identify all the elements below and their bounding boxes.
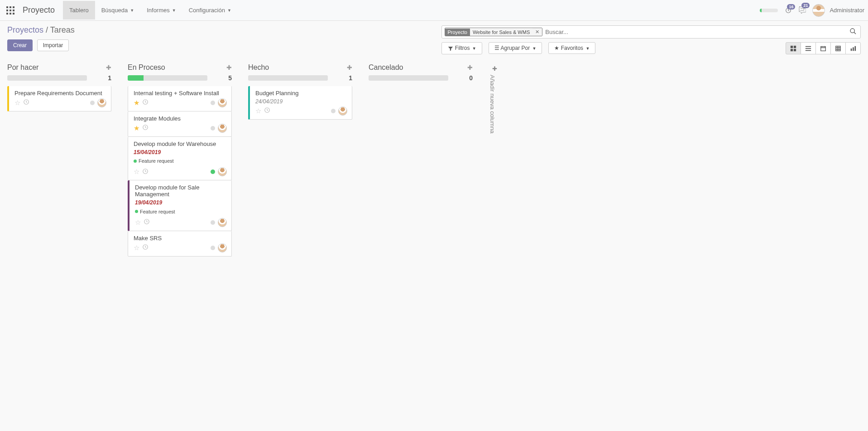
clock-icon[interactable] — [142, 124, 149, 132]
nav-busqueda[interactable]: Búsqueda▼ — [95, 1, 140, 19]
facet-remove-icon[interactable]: ✕ — [532, 28, 542, 36]
card-title: Develop module for Warehouse — [134, 140, 227, 147]
kanban-card[interactable]: Integrate Modules ★ — [128, 111, 232, 137]
status-dot-icon[interactable] — [331, 109, 336, 113]
card-date: 19/04/2019 — [135, 199, 227, 206]
messages-badge: 21 — [801, 3, 810, 8]
facet-label: Proyecto — [445, 29, 470, 36]
search-icon[interactable] — [849, 27, 858, 37]
breadcrumb: Proyectos / Tareas — [7, 25, 434, 35]
clock-icon[interactable] — [142, 244, 149, 252]
card-date: 24/04/2019 — [255, 98, 347, 105]
filters-label: Filtros — [455, 45, 470, 51]
assignee-avatar-icon[interactable] — [218, 167, 227, 176]
assignee-avatar-icon[interactable] — [218, 98, 227, 107]
kanban-card[interactable]: Internal testing + Software Install ★ — [128, 86, 232, 111]
search-bar: Proyecto Website for Sales & WMS ✕ — [441, 25, 861, 39]
kanban-card[interactable]: Make SRS ☆ — [128, 231, 232, 257]
kanban-card[interactable]: Develop module for Sale Management19/04/… — [128, 180, 232, 231]
assignee-avatar-icon[interactable] — [218, 124, 227, 133]
column-title: En Proceso — [128, 63, 165, 72]
star-icon[interactable]: ☆ — [135, 218, 141, 227]
column-add-icon[interactable]: ✚ — [106, 64, 111, 71]
kanban-card[interactable]: Prepare Requirements Document ☆ — [7, 86, 111, 111]
status-dot-icon[interactable] — [90, 101, 95, 105]
nav-informes[interactable]: Informes▼ — [140, 1, 182, 19]
svg-rect-20 — [851, 48, 852, 51]
favorites-button[interactable]: ★ Favoritos ▼ — [548, 42, 595, 54]
assignee-avatar-icon[interactable] — [218, 243, 227, 252]
star-icon[interactable]: ★ — [134, 99, 139, 107]
status-dot-icon[interactable] — [211, 169, 215, 174]
assignee-avatar-icon[interactable] — [338, 107, 347, 116]
column-progress[interactable] — [128, 75, 207, 81]
mini-progress[interactable] — [760, 9, 778, 12]
create-button[interactable]: Crear — [7, 39, 33, 51]
status-dot-icon[interactable] — [211, 220, 215, 225]
kanban-card[interactable]: Budget Planning24/04/2019 ☆ — [248, 86, 352, 120]
kanban-view-button[interactable] — [786, 42, 801, 54]
svg-rect-6 — [6, 13, 8, 15]
apps-icon[interactable] — [4, 4, 17, 17]
chevron-down-icon: ▼ — [227, 8, 231, 13]
column-count: 1 — [108, 74, 111, 82]
nav-configuracion[interactable]: Configuración▼ — [182, 1, 238, 19]
card-title: Integrate Modules — [134, 115, 227, 122]
user-avatar-icon — [812, 4, 825, 17]
svg-rect-5 — [13, 10, 14, 11]
plus-icon[interactable]: ✚ — [489, 65, 500, 72]
star-icon[interactable]: ★ — [134, 124, 139, 132]
clock-icon[interactable] — [142, 168, 149, 176]
clock-icon[interactable] — [264, 107, 270, 115]
groupby-button[interactable]: ☰ Agrupar Por ▼ — [489, 42, 542, 54]
activities-icon[interactable]: 16 — [785, 7, 791, 14]
search-input[interactable] — [542, 27, 849, 37]
add-column-label: Añadir nueva columna — [489, 75, 496, 133]
pivot-view-button[interactable] — [830, 42, 846, 54]
breadcrumb-parent[interactable]: Proyectos — [7, 25, 43, 34]
list-view-button[interactable] — [801, 42, 816, 54]
status-dot-icon[interactable] — [211, 101, 215, 105]
card-tag: Feature request — [135, 209, 175, 214]
user-menu[interactable]: Administrator — [812, 4, 864, 17]
svg-rect-13 — [791, 49, 793, 51]
column-add-icon[interactable]: ✚ — [467, 64, 473, 71]
list-icon — [805, 45, 811, 52]
kanban-icon — [790, 45, 796, 52]
svg-rect-1 — [10, 6, 11, 8]
calendar-view-button[interactable] — [815, 42, 831, 54]
status-dot-icon[interactable] — [211, 246, 215, 250]
column-progress[interactable] — [7, 75, 87, 81]
column-title: Por hacer — [7, 63, 38, 72]
column-title: Hecho — [248, 63, 269, 72]
graph-view-button[interactable] — [845, 42, 861, 54]
add-column[interactable]: ✚Añadir nueva columna — [489, 62, 500, 133]
kanban-card[interactable]: Develop module for Warehouse15/04/2019Fe… — [128, 137, 232, 181]
import-button[interactable]: Importar — [37, 39, 69, 51]
star-icon[interactable]: ☆ — [255, 107, 261, 115]
assignee-avatar-icon[interactable] — [97, 98, 106, 107]
clock-icon[interactable] — [144, 218, 150, 226]
column-count: 5 — [228, 74, 232, 82]
chevron-down-icon: ▼ — [585, 46, 590, 51]
activities-badge: 16 — [787, 4, 795, 10]
nav-tablero[interactable]: Tablero — [63, 1, 95, 19]
tag-dot-icon — [135, 210, 138, 213]
nav-item-label: Configuración — [189, 7, 225, 14]
clock-icon[interactable] — [142, 99, 149, 107]
column-progress[interactable] — [248, 75, 328, 81]
messages-icon[interactable]: 21 — [798, 5, 806, 15]
assignee-avatar-icon[interactable] — [218, 218, 227, 227]
list-icon: ☰ — [494, 45, 499, 51]
column-progress[interactable] — [369, 75, 448, 81]
star-icon[interactable]: ☆ — [14, 99, 20, 107]
clock-icon[interactable] — [23, 99, 29, 107]
card-title: Make SRS — [134, 235, 227, 242]
column-add-icon[interactable]: ✚ — [347, 64, 352, 71]
star-icon[interactable]: ☆ — [134, 168, 139, 176]
kanban-column: Hecho✚1Budget Planning24/04/2019 ☆ — [248, 62, 352, 120]
filters-button[interactable]: Filtros ▼ — [441, 42, 482, 54]
star-icon[interactable]: ☆ — [134, 244, 139, 252]
status-dot-icon[interactable] — [211, 126, 215, 131]
column-add-icon[interactable]: ✚ — [226, 64, 232, 71]
